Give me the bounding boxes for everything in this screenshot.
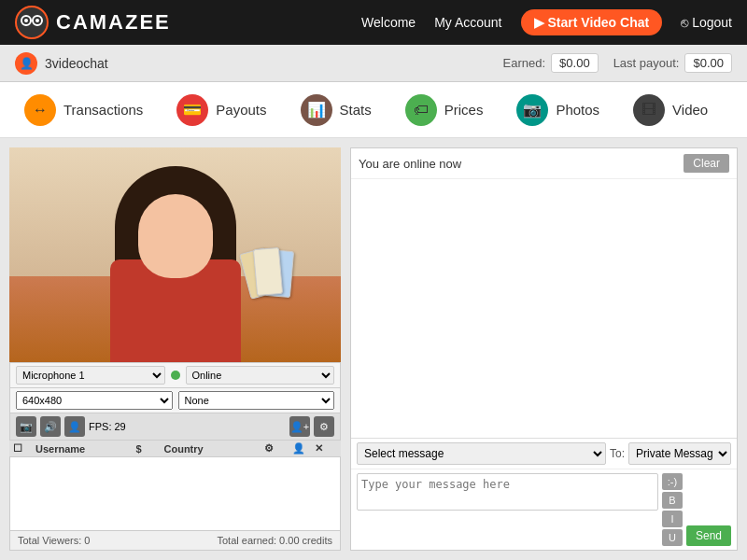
col-country: Country [164,443,265,455]
table-footer: Total Viewers: 0 Total earned: 0.00 cred… [9,531,341,551]
tab-photos-label: Photos [556,102,599,118]
user-avatar: 👤 [15,52,37,75]
right-panel: You are online now Clear Select message … [350,147,738,551]
tab-photos[interactable]: 📷 Photos [501,87,614,133]
users-table-header: ☐ Username $ Country ⚙ 👤 ✕ [9,441,341,457]
tab-video[interactable]: 🎞 Video [618,87,723,133]
to-select[interactable]: Private Message [628,442,731,465]
tab-payouts[interactable]: 💳 Payouts [162,87,281,133]
header-nav: Welcome My Account ▶ Start Video Chat ⎋ … [361,9,732,35]
username-label: 3videochat [45,56,503,71]
earned-value: $0.00 [551,53,599,73]
settings-ctrl-icon[interactable]: ⚙ [314,416,334,437]
welcome-label: Welcome [361,15,416,30]
start-video-label: Start Video Chat [548,15,650,30]
video-feed [9,147,341,362]
left-panel: Microphone 1 Online 640x480 None 📷 🔊 👤 F… [9,147,341,551]
logout-button[interactable]: ⎋ Logout [681,15,732,30]
camera-ctrl-icon[interactable]: 📷 [16,416,36,437]
logout-icon: ⎋ [681,15,688,30]
col-person[interactable]: 👤 [292,442,315,455]
start-video-button[interactable]: ▶ Start Video Chat [521,9,663,35]
tab-prices[interactable]: 🏷 Prices [390,87,499,133]
chat-input-row: :-) B I U Send [351,469,737,550]
tab-transactions[interactable]: ↔ Transactions [9,87,158,133]
users-table [9,457,341,531]
col-credits: $ [136,443,164,455]
col-check: ☐ [13,442,35,455]
bold-button[interactable]: B [662,492,683,509]
video-container [9,147,341,362]
microphone-select[interactable]: Microphone 1 [16,366,165,385]
underline-button[interactable]: U [662,529,683,546]
tab-stats-label: Stats [340,102,372,118]
clear-button[interactable]: Clear [684,154,729,173]
col-gear[interactable]: ⚙ [264,442,292,455]
chat-buttons: :-) B I U [662,473,683,546]
fps-bar: 📷 🔊 👤 FPS: 29 👤+ ⚙ [9,413,341,441]
payout-item: Last payout: $0.00 [613,53,732,73]
tab-prices-label: Prices [444,102,484,118]
total-earned: Total earned: 0.00 credits [217,535,332,546]
my-account-link[interactable]: My Account [434,15,501,30]
status-select[interactable]: Online [186,366,335,385]
main-content: Microphone 1 Online 640x480 None 📷 🔊 👤 F… [0,138,747,560]
person-ctrl-icon[interactable]: 👤 [64,416,85,437]
svg-point-4 [35,19,39,22]
audio-ctrl-icon[interactable]: 🔊 [40,416,61,437]
earnings-area: Earned: $0.00 Last payout: $0.00 [503,53,732,73]
message-select-row: Select message To: Private Message [351,439,737,469]
to-label: To: [610,447,625,460]
stats-icon: 📊 [301,94,332,126]
chat-header: You are online now Clear [351,148,737,179]
svg-point-0 [16,7,48,38]
col-close[interactable]: ✕ [315,442,337,455]
user-bar: 👤 3videochat Earned: $0.00 Last payout: … [0,45,747,82]
logo-area: CAMAZEE [15,6,361,39]
logo-text: CAMAZEE [56,10,171,35]
tab-stats[interactable]: 📊 Stats [286,87,387,133]
photos-icon: 📷 [516,94,548,126]
chat-messages [351,179,737,438]
tab-payouts-label: Payouts [216,102,266,118]
chat-bottom: Select message To: Private Message :-) B… [351,438,737,550]
tab-video-label: Video [672,102,708,118]
online-status: You are online now [359,157,461,171]
video-controls-bar2: 640x480 None [9,388,341,413]
payout-label: Last payout: [613,56,680,70]
fps-label: FPS: 29 [89,421,126,432]
svg-point-3 [24,19,28,22]
italic-button[interactable]: I [662,511,683,527]
logout-label: Logout [692,15,732,30]
earned-item: Earned: $0.00 [503,53,599,73]
col-username: Username [35,443,136,455]
video-icon: ▶ [534,15,544,30]
none-select[interactable]: None [178,391,335,410]
smiley-button[interactable]: :-) [662,473,683,490]
tab-transactions-label: Transactions [63,102,143,118]
status-dot [171,371,180,380]
payouts-icon: 💳 [176,94,208,126]
user-add-icon[interactable]: 👤+ [289,416,310,437]
chat-input[interactable] [357,473,658,511]
message-select[interactable]: Select message [357,442,606,465]
resolution-select[interactable]: 640x480 [16,391,173,410]
nav-tabs: ↔ Transactions 💳 Payouts 📊 Stats 🏷 Price… [0,82,747,138]
header: CAMAZEE Welcome My Account ▶ Start Video… [0,0,747,45]
logo-icon [15,6,49,39]
total-viewers: Total Viewers: 0 [18,535,90,546]
prices-icon: 🏷 [405,94,437,126]
video-controls-bar: Microphone 1 Online [9,362,341,388]
video-tab-icon: 🎞 [633,94,665,126]
payout-value: $0.00 [684,53,732,73]
send-button[interactable]: Send [686,525,731,546]
transactions-icon: ↔ [24,94,56,126]
earned-label: Earned: [503,56,546,70]
